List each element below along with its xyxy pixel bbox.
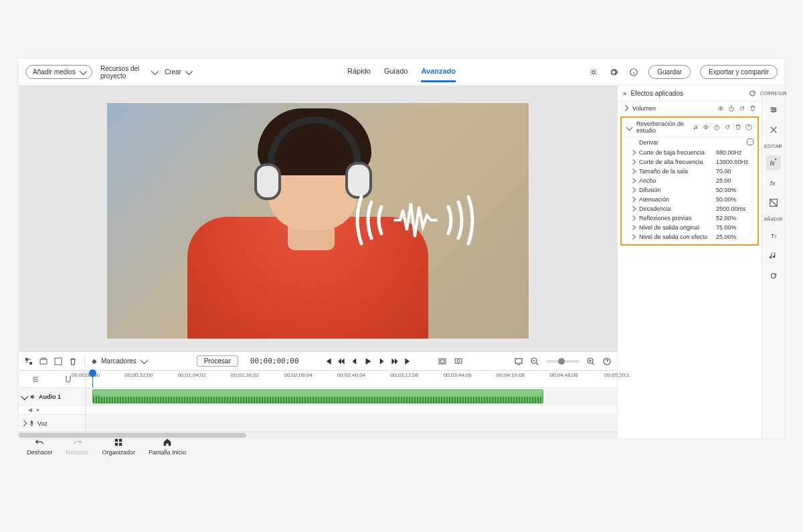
goto-end-icon[interactable] [404,357,413,366]
help-icon[interactable] [745,124,752,131]
quality-icon[interactable] [454,357,463,366]
project-resources-dropdown[interactable]: Recursos del proyecto [100,65,157,80]
reverb-param-row[interactable]: Difusión50.00% [622,185,757,195]
reset-icon[interactable] [738,104,745,112]
frame-fwd-icon[interactable] [377,357,386,366]
undo-button[interactable]: Deshacer [27,437,53,456]
text-icon[interactable]: TT [766,228,781,243]
param-value[interactable]: 13800.00Hz [716,159,753,165]
tab-guided[interactable]: Guiado [384,62,408,82]
effects-icon[interactable]: fx [766,175,781,190]
zoom-slider[interactable] [546,360,579,363]
track-head-audio1[interactable]: Audio 1 [19,388,86,405]
reverb-param-row[interactable]: Atenuación50.00% [622,195,757,204]
mute-indicator[interactable]: ◀ [28,407,32,413]
eye-icon[interactable] [717,104,724,112]
frame-back-icon[interactable] [350,357,359,366]
effect-reverb-header[interactable]: Reverberación de estudio [622,118,757,137]
info-icon[interactable] [628,67,639,78]
main-area: ◆ Marcadores Procesar 00;00;00;00 [19,86,784,438]
reverb-param-row[interactable]: Corte de alta frecuencia13800.00Hz [622,157,757,167]
track-body-voice[interactable] [86,415,617,432]
tool-icon-2[interactable] [39,357,48,366]
adjust-icon[interactable] [766,102,781,117]
trash-icon[interactable] [68,357,78,366]
reverb-param-row[interactable]: Reflexiones previas52.00% [622,213,757,223]
zoom-in-icon[interactable] [586,357,596,366]
track-options-icon[interactable] [31,375,40,384]
tools-icon[interactable] [766,122,781,137]
export-share-button[interactable]: Exportar y compartir [700,65,778,79]
reverb-param-row[interactable]: Tamaño de la sala70.00 [622,167,757,176]
expand-icon[interactable]: » [623,90,627,97]
step-fwd-icon[interactable] [390,357,399,366]
ruler-tick: 00;00;32;00 [124,372,153,378]
track-voice: Voz [19,414,617,432]
play-icon[interactable] [363,357,373,366]
reverb-param-row[interactable]: Ancho25.00 [622,176,757,185]
process-button[interactable]: Procesar [197,355,238,367]
home-button[interactable]: Pantalla Inicio [149,437,186,456]
param-value[interactable]: 50.00% [716,187,753,193]
tab-quick[interactable]: Rápido [347,62,371,82]
ruler-tick: 00;04;16;08 [497,372,525,378]
graphics-icon[interactable] [766,268,781,283]
step-back-icon[interactable] [337,357,346,366]
reverb-param-row[interactable]: Corte de baja frecuencia880.00Hz [622,148,757,157]
save-button[interactable]: Guardar [648,65,691,79]
ruler-tick: 00;02;08;04 [284,372,312,378]
reset-icon[interactable] [723,124,731,131]
track-body-audio1[interactable]: ✂ [86,388,617,405]
trash-icon[interactable] [734,124,741,131]
ruler-tick: 00;00;00;00 [72,372,100,378]
ruler-tick: 00;03;12;06 [390,372,418,378]
redo-button: Rehacer [66,437,89,456]
trash-icon[interactable] [749,104,756,112]
color-icon[interactable] [766,195,781,210]
param-value[interactable]: 50.00% [716,196,753,203]
param-value[interactable]: 75.00% [716,224,753,231]
reverb-param-row[interactable]: Nivel de salida con efecto25.00% [622,232,757,242]
effect-volume[interactable]: Volumen [618,102,762,115]
transport-controls [323,357,413,366]
reset-all-icon[interactable] [749,90,756,97]
param-value[interactable]: 880.00Hz [716,149,753,156]
safe-margins-icon[interactable] [438,357,447,366]
brightness-icon[interactable] [588,67,599,78]
markers-dropdown[interactable]: ◆ Marcadores [92,357,146,365]
param-value[interactable]: 25.00% [716,234,753,240]
reverb-param-row[interactable]: Derivar [622,137,757,148]
stopwatch-icon[interactable] [727,104,735,112]
goto-start-icon[interactable] [323,357,333,366]
video-preview[interactable] [107,103,529,339]
stopwatch-icon[interactable] [713,124,720,131]
music-icon[interactable] [766,248,781,263]
undo-label: Deshacer [27,449,53,456]
param-value[interactable]: 52.00% [716,215,753,221]
track-head-voice[interactable]: Voz [19,415,86,432]
param-value[interactable]: 70.00 [716,168,753,175]
effect-row-icons [717,104,756,112]
tab-advanced[interactable]: Avanzado [421,62,456,82]
fullscreen-icon[interactable] [514,357,523,366]
gear-icon[interactable] [608,67,619,78]
svg-point-21 [774,109,776,110]
record-indicator[interactable]: ● [36,407,39,413]
help-icon[interactable] [602,357,612,366]
svg-point-0 [592,70,596,74]
audio-clip[interactable]: ✂ [92,389,543,404]
reverb-param-row[interactable]: Nivel de salida original75.00% [622,223,757,232]
add-media-button[interactable]: Añadir medios [25,65,92,79]
eye-icon[interactable] [702,124,709,131]
param-value[interactable]: 2500.00ms [716,205,753,212]
tool-icon-1[interactable] [24,357,33,366]
applied-effects-icon[interactable]: fx [766,155,781,170]
create-dropdown[interactable]: Crear [165,68,191,76]
reverb-param-row[interactable]: Decadencia2500.00ms [622,204,757,213]
timeline-ruler[interactable]: 00;00;00;0000;00;32;0000;01;04;0200;01;3… [86,371,617,387]
param-checkbox[interactable] [747,139,753,147]
tool-icon-3[interactable] [54,357,63,366]
organizer-button[interactable]: Organizador [102,437,136,456]
param-value[interactable]: 25.00 [716,177,753,184]
zoom-out-icon[interactable] [530,357,539,366]
